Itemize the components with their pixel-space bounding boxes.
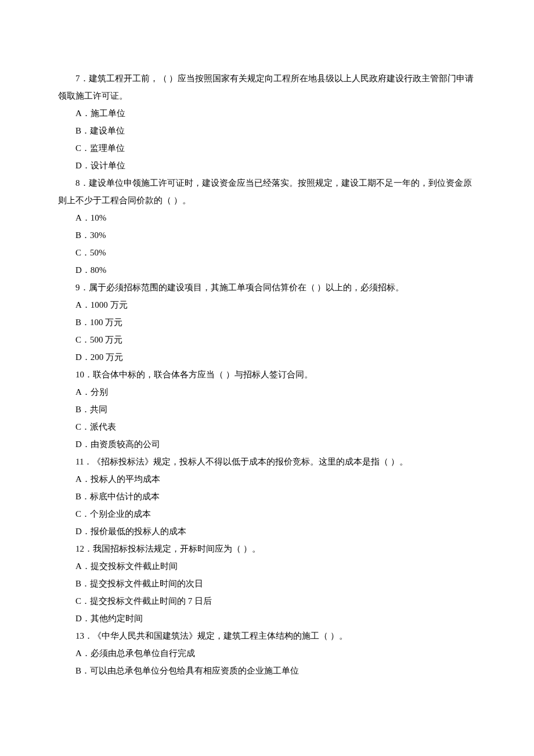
question-13: 13．《中华人民共和国建筑法》规定，建筑工程主体结构的施工（ ）。 A．必须由总… bbox=[58, 627, 476, 679]
question-text: 11．《招标投标法》规定，投标人不得以低于成本的报价竞标。这里的成本是指（ ）。 bbox=[58, 453, 476, 470]
question-9: 9．属于必须招标范围的建设项目，其施工单项合同估算价在（ ）以上的，必须招标。 … bbox=[58, 279, 476, 366]
question-number: 11． bbox=[75, 457, 92, 466]
option-b: B．可以由总承包单位分包给具有相应资质的企业施工单位 bbox=[58, 662, 476, 679]
option-c: C．监理单位 bbox=[58, 139, 476, 157]
option-a: A．施工单位 bbox=[58, 105, 476, 122]
question-text: 13．《中华人民共和国建筑法》规定，建筑工程主体结构的施工（ ）。 bbox=[58, 627, 476, 645]
option-c: C．派代表 bbox=[58, 418, 476, 435]
question-11: 11．《招标投标法》规定，投标人不得以低于成本的报价竞标。这里的成本是指（ ）。… bbox=[58, 453, 476, 540]
question-body: 《中华人民共和国建筑法》规定，建筑工程主体结构的施工（ ）。 bbox=[93, 631, 348, 640]
question-number: 12． bbox=[75, 544, 93, 553]
option-a: A．10% bbox=[58, 209, 476, 226]
option-d: D．200 万元 bbox=[58, 348, 476, 366]
option-d: D．设计单位 bbox=[58, 157, 476, 174]
document-content: 7．建筑工程开工前，（ ）应当按照国家有关规定向工程所在地县级以上人民政府建设行… bbox=[58, 70, 476, 679]
option-d: D．其他约定时间 bbox=[58, 610, 476, 627]
question-text: 12．我国招标投标法规定，开标时间应为（ ）。 bbox=[58, 540, 476, 557]
option-a: A．1000 万元 bbox=[58, 296, 476, 314]
question-7: 7．建筑工程开工前，（ ）应当按照国家有关规定向工程所在地县级以上人民政府建设行… bbox=[58, 70, 476, 174]
question-10: 10．联合体中标的，联合体各方应当（ ）与招标人签订合同。 A．分别 B．共同 … bbox=[58, 366, 476, 453]
question-text: 10．联合体中标的，联合体各方应当（ ）与招标人签订合同。 bbox=[58, 366, 476, 383]
option-c: C．500 万元 bbox=[58, 331, 476, 348]
question-number: 13． bbox=[75, 631, 93, 640]
option-d: D．80% bbox=[58, 261, 476, 279]
option-c: C．50% bbox=[58, 244, 476, 261]
option-b: B．30% bbox=[58, 226, 476, 244]
question-text: 9．属于必须招标范围的建设项目，其施工单项合同估算价在（ ）以上的，必须招标。 bbox=[58, 279, 476, 296]
option-b: B．100 万元 bbox=[58, 314, 476, 331]
option-c: C．个别企业的成本 bbox=[58, 505, 476, 523]
question-body: 我国招标投标法规定，开标时间应为（ ）。 bbox=[93, 544, 261, 553]
question-number: 9． bbox=[75, 283, 89, 292]
option-b: B．共同 bbox=[58, 401, 476, 418]
option-b: B．建设单位 bbox=[58, 122, 476, 139]
option-a: A．分别 bbox=[58, 383, 476, 401]
option-a: A．提交投标文件截止时间 bbox=[58, 557, 476, 575]
question-body: 联合体中标的，联合体各方应当（ ）与招标人签订合同。 bbox=[93, 370, 313, 379]
option-a: A．必须由总承包单位自行完成 bbox=[58, 645, 476, 662]
question-12: 12．我国招标投标法规定，开标时间应为（ ）。 A．提交投标文件截止时间 B．提… bbox=[58, 540, 476, 627]
option-d: D．报价最低的投标人的成本 bbox=[58, 523, 476, 540]
option-a: A．投标人的平均成本 bbox=[58, 470, 476, 488]
question-body: 属于必须招标范围的建设项目，其施工单项合同估算价在（ ）以上的，必须招标。 bbox=[89, 283, 405, 292]
question-number: 10． bbox=[75, 370, 93, 379]
option-d: D．由资质较高的公司 bbox=[58, 435, 476, 453]
question-8: 8．建设单位申领施工许可证时，建设资金应当已经落实。按照规定，建设工期不足一年的… bbox=[58, 174, 476, 279]
question-text: 8．建设单位申领施工许可证时，建设资金应当已经落实。按照规定，建设工期不足一年的… bbox=[58, 174, 476, 209]
question-number: 7． bbox=[75, 74, 89, 83]
question-body: 《招标投标法》规定，投标人不得以低于成本的报价竞标。这里的成本是指（ ）。 bbox=[92, 457, 408, 466]
option-b: B．提交投标文件截止时间的次日 bbox=[58, 575, 476, 592]
question-body: 建设单位申领施工许可证时，建设资金应当已经落实。按照规定，建设工期不足一年的，到… bbox=[58, 178, 472, 205]
question-text: 7．建筑工程开工前，（ ）应当按照国家有关规定向工程所在地县级以上人民政府建设行… bbox=[58, 70, 476, 105]
option-b: B．标底中估计的成本 bbox=[58, 488, 476, 505]
option-c: C．提交投标文件截止时间的 7 日后 bbox=[58, 592, 476, 610]
question-number: 8． bbox=[75, 178, 89, 188]
question-body: 建筑工程开工前，（ ）应当按照国家有关规定向工程所在地县级以上人民政府建设行政主… bbox=[58, 74, 474, 100]
